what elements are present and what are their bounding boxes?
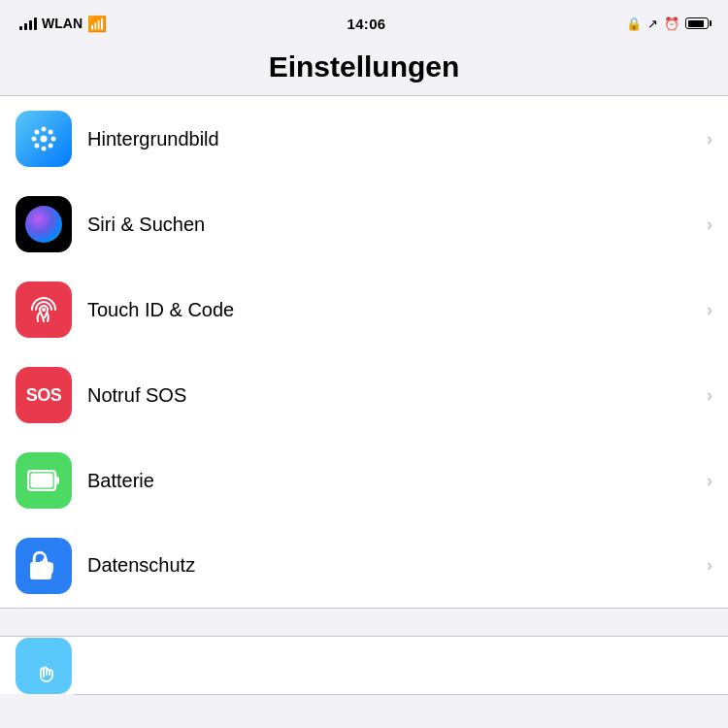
battery-label: Batterie xyxy=(87,470,707,492)
wallpaper-label: Hintergrundbild xyxy=(87,128,707,150)
status-time: 14:06 xyxy=(347,16,386,32)
touchid-label: Touch ID & Code xyxy=(87,299,707,321)
lock-icon: 🔒 xyxy=(626,17,642,31)
alarm-icon: ⏰ xyxy=(664,17,679,31)
touchid-icon xyxy=(16,281,72,338)
signal-bar-1 xyxy=(19,26,22,30)
sos-icon: SOS xyxy=(16,367,72,423)
wallpaper-icon xyxy=(16,111,72,167)
siri-label: Siri & Suchen xyxy=(87,214,707,236)
siri-sphere xyxy=(25,206,62,243)
svg-rect-12 xyxy=(31,474,53,488)
svg-point-4 xyxy=(51,137,56,142)
svg-point-5 xyxy=(34,129,39,134)
status-bar: WLAN 📶 14:06 🔒 ↗ ⏰ xyxy=(0,0,728,43)
svg-point-3 xyxy=(32,137,37,142)
settings-item-sos[interactable]: SOS Notruf SOS › xyxy=(0,352,728,438)
sos-label: Notruf SOS xyxy=(87,384,707,407)
page-title-container: Einstellungen xyxy=(0,43,728,96)
wallpaper-chevron: › xyxy=(707,129,712,149)
svg-point-9 xyxy=(42,308,46,312)
settings-item-wallpaper[interactable]: Hintergrundbild › xyxy=(0,96,728,182)
battery-settings-icon xyxy=(16,452,72,509)
svg-point-6 xyxy=(49,144,53,149)
svg-point-1 xyxy=(42,127,47,132)
settings-list: Hintergrundbild › Siri & Suchen › Touch … xyxy=(0,96,728,609)
battery-chevron: › xyxy=(707,471,712,491)
section-separator xyxy=(0,609,728,636)
page-title: Einstellungen xyxy=(19,50,709,83)
sos-chevron: › xyxy=(707,385,712,406)
svg-point-0 xyxy=(41,136,48,143)
svg-point-2 xyxy=(42,147,47,151)
settings-item-partial[interactable] xyxy=(0,636,728,694)
battery-indicator xyxy=(685,17,709,29)
signal-bar-3 xyxy=(29,20,32,30)
signal-bar-2 xyxy=(24,23,27,30)
siri-icon xyxy=(16,196,72,252)
battery-fill xyxy=(688,20,704,27)
status-left: WLAN 📶 xyxy=(19,15,107,33)
privacy-label: Datenschutz xyxy=(87,554,707,577)
settings-item-siri[interactable]: Siri & Suchen › xyxy=(0,182,728,267)
touchid-chevron: › xyxy=(707,300,712,320)
signal-bar-4 xyxy=(34,17,37,30)
privacy-icon xyxy=(16,538,72,594)
svg-point-7 xyxy=(49,129,53,134)
settings-item-battery[interactable]: Batterie › xyxy=(0,438,728,523)
carrier-label: WLAN xyxy=(42,16,83,31)
sos-text: SOS xyxy=(26,385,62,406)
partial-icon xyxy=(16,638,72,694)
privacy-chevron: › xyxy=(707,555,712,576)
settings-item-touchid[interactable]: Touch ID & Code › xyxy=(0,267,728,352)
svg-point-8 xyxy=(34,144,39,149)
status-right: 🔒 ↗ ⏰ xyxy=(626,17,709,31)
siri-chevron: › xyxy=(707,215,712,235)
svg-rect-11 xyxy=(55,477,59,484)
location-icon: ↗ xyxy=(647,17,658,31)
settings-item-privacy[interactable]: Datenschutz › xyxy=(0,523,728,609)
wifi-icon: 📶 xyxy=(87,15,107,33)
signal-bars-icon xyxy=(19,17,37,30)
